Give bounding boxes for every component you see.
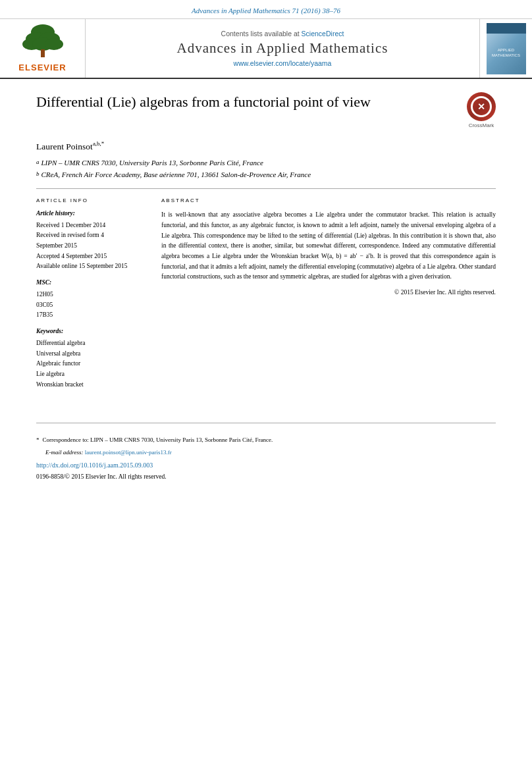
history-item-1: Received in revised form 4	[36, 230, 149, 240]
affil-sup-b: b	[36, 170, 40, 179]
email-line: E-mail address: laurent.poinsot@lipn.uni…	[45, 448, 496, 457]
footnote-correspondence: * Correspondence to: LIPN – UMR CNRS 703…	[36, 435, 496, 444]
msc-item-2: 17B35	[36, 310, 149, 320]
affiliation-b: b CReA, French Air Force Academy, Base a…	[36, 169, 496, 180]
article-history-label: Article history:	[36, 209, 149, 219]
elsevier-label: ELSEVIER	[18, 63, 66, 72]
footnote-text: Correspondence to: LIPN – UMR CNRS 7030,…	[43, 435, 273, 444]
journal-title-display: Advances in Applied Mathematics	[177, 40, 388, 57]
history-item-0: Received 1 December 2014	[36, 221, 149, 230]
keyword-1: Universal algebra	[36, 349, 149, 359]
keyword-4: Wronskian bracket	[36, 380, 149, 390]
keyword-3: Lie algebra	[36, 369, 149, 379]
abstract-copyright: © 2015 Elsevier Inc. All rights reserved…	[161, 288, 496, 298]
authors-line: Laurent Poinsota,b,*	[36, 140, 496, 152]
history-item-4: Available online 15 September 2015	[36, 261, 149, 271]
article-title: Differential (Lie) algebras from a funct…	[36, 92, 467, 112]
msc-item-0: 12H05	[36, 290, 149, 300]
affiliations: a LIPN – UMR CNRS 7030, University Paris…	[36, 157, 496, 180]
abstract-column: ABSTRACT It is well-known that any assoc…	[161, 197, 496, 390]
email-link[interactable]: laurent.poinsot@lipn.univ-paris13.fr	[85, 449, 172, 456]
footnote-star: *	[36, 435, 40, 444]
journal-url: www.elsevier.com/locate/yaama	[234, 59, 332, 67]
keywords-label: Keywords:	[36, 327, 149, 336]
crossmark-icon	[467, 92, 496, 121]
affil-sup-a: a	[36, 158, 40, 167]
sciencedirect-link[interactable]: ScienceDirect	[302, 30, 344, 38]
elsevier-tree-icon	[13, 24, 72, 61]
footer: * Correspondence to: LIPN – UMR CNRS 703…	[0, 430, 532, 488]
journal-citation-text: Advances in Applied Mathematics 71 (2016…	[192, 7, 340, 14]
elsevier-logo-area: ELSEVIER	[0, 19, 86, 78]
affiliation-a: a LIPN – UMR CNRS 7030, University Paris…	[36, 157, 496, 169]
history-item-2: September 2015	[36, 241, 149, 251]
affil-text-b: CReA, French Air Force Academy, Base aér…	[41, 169, 311, 180]
issn-line: 0196-8858/© 2015 Elsevier Inc. All right…	[36, 472, 496, 482]
svg-rect-6	[41, 49, 45, 57]
author-sup: a,b,*	[93, 140, 105, 147]
article-info-heading: ARTICLE INFO	[36, 197, 149, 205]
cover-text: APPLIEDMATHEMATICS	[492, 48, 520, 59]
keyword-0: Differential algebra	[36, 338, 149, 348]
abstract-heading: ABSTRACT	[161, 197, 496, 205]
email-label: E-mail address:	[45, 449, 83, 456]
sciencedirect-line: Contents lists available at ScienceDirec…	[221, 30, 344, 38]
article-info-column: ARTICLE INFO Article history: Received 1…	[36, 197, 161, 390]
history-item-3: Accepted 4 September 2015	[36, 251, 149, 261]
crossmark-badge: CrossMark	[467, 92, 496, 128]
keyword-2: Algebraic functor	[36, 359, 149, 369]
journal-cover-image: APPLIEDMATHEMATICS	[487, 23, 526, 74]
affil-text-a: LIPN – UMR CNRS 7030, University Paris 1…	[41, 157, 263, 169]
two-column-section: ARTICLE INFO Article history: Received 1…	[36, 197, 496, 390]
journal-citation-header: Advances in Applied Mathematics 71 (2016…	[0, 0, 532, 19]
msc-label: MSC:	[36, 278, 149, 288]
svg-point-5	[45, 38, 63, 50]
journal-cover-area: APPLIEDMATHEMATICS	[479, 19, 532, 78]
publisher-bar: ELSEVIER Contents lists available at Sci…	[0, 19, 532, 79]
msc-item-1: 03C05	[36, 300, 149, 310]
journal-info-center: Contents lists available at ScienceDirec…	[86, 19, 479, 78]
author-name: Laurent Poinsot	[36, 142, 93, 151]
article-title-section: Differential (Lie) algebras from a funct…	[36, 92, 496, 128]
abstract-text: It is well-known that any associative al…	[161, 210, 496, 282]
crossmark-label: CrossMark	[469, 122, 494, 128]
bottom-separator	[36, 423, 496, 423]
doi-link[interactable]: http://dx.doi.org/10.1016/j.aam.2015.09.…	[36, 460, 496, 471]
sciencedirect-prefix: Contents lists available at	[221, 30, 300, 38]
separator-line	[36, 188, 496, 189]
main-content: Differential (Lie) algebras from a funct…	[0, 79, 532, 403]
